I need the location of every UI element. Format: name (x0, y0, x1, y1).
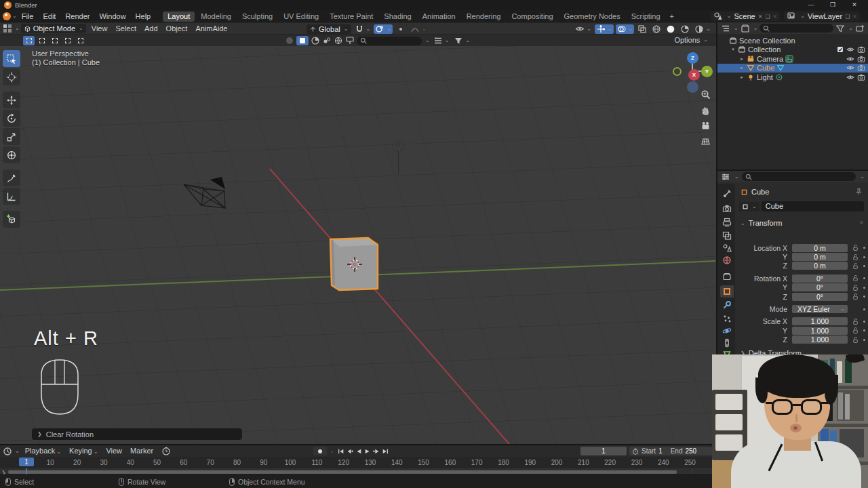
properties-tab-world[interactable] (720, 254, 734, 266)
gizmo-y-ball[interactable]: Y (701, 66, 713, 77)
show-object-types-dropdown[interactable]: ⌄ (574, 24, 593, 34)
material-preview-icon[interactable] (311, 36, 320, 45)
eye-icon[interactable] (846, 45, 854, 54)
select-mode-new[interactable] (23, 36, 35, 45)
tool-move[interactable] (3, 92, 20, 108)
prop-field-y[interactable]: 0° (792, 283, 848, 291)
navigation-gizmo[interactable]: Z Y X (673, 52, 715, 94)
maximize-icon[interactable]: ❐ (822, 0, 844, 10)
properties-editor-icon[interactable] (721, 172, 730, 182)
outliner-row-collection[interactable]: ▾Collection (717, 45, 868, 55)
properties-tab-scene[interactable] (720, 242, 734, 254)
prop-field-y[interactable]: 0 m (792, 253, 848, 261)
outliner-funnel-icon[interactable] (835, 24, 845, 33)
xray-toggle[interactable] (636, 24, 648, 34)
transform-orientation-dropdown[interactable]: Global⌄ (307, 24, 351, 34)
select-mode-intersect[interactable] (75, 36, 86, 45)
render-cam-icon[interactable] (857, 45, 865, 54)
select-mode-extend[interactable] (36, 36, 47, 45)
workspace-tab-modeling[interactable]: Modeling (196, 12, 236, 22)
outliner-search-input[interactable] (760, 24, 833, 33)
jump-to-start-button[interactable] (337, 447, 345, 455)
viewport-menu-select[interactable]: Select (111, 23, 140, 35)
workspace-tab-sculpting[interactable]: Sculpting (237, 12, 277, 22)
outliner-row-light[interactable]: ▸Light (717, 73, 868, 82)
prop-field-scale-x[interactable]: 1.000 (792, 317, 848, 325)
shading-solid-button[interactable] (665, 24, 677, 34)
lock-icon[interactable] (850, 293, 860, 300)
menu-window[interactable]: Window (94, 10, 130, 22)
animate-dot-icon[interactable] (863, 321, 865, 323)
properties-options-chevron-icon[interactable]: ⌄ (860, 174, 865, 180)
lock-icon[interactable] (850, 318, 860, 325)
scene-selector[interactable]: ⌄Scene✕❏✕ (711, 12, 780, 21)
prop-field-location-x[interactable]: 0 m (792, 244, 848, 252)
properties-tab-tool[interactable] (720, 188, 734, 200)
animate-dot-icon[interactable] (863, 339, 865, 341)
timeline-menu-view[interactable]: View (102, 445, 126, 457)
search-chevron-icon[interactable]: ⌄ (425, 38, 430, 43)
viewport-3d[interactable]: User Perspective (1) Collection | Cube (0, 46, 716, 444)
properties-tab-view-layer[interactable] (720, 230, 734, 242)
pin-icon[interactable]: ✕ (758, 14, 763, 20)
timeline-menu-playback[interactable]: Playback⌄ (21, 445, 65, 457)
paint-icon[interactable] (345, 36, 355, 45)
lock-icon[interactable] (850, 327, 860, 334)
prop-field-z[interactable]: 0 m (792, 262, 848, 270)
timeline-menu-marker[interactable]: Marker (126, 445, 157, 457)
prop-field-mode[interactable]: XYZ Euler⌄ (792, 305, 848, 313)
timeline-scrollbar[interactable] (8, 470, 677, 474)
properties-tab-modifiers[interactable] (720, 299, 734, 311)
new-collection-icon[interactable] (855, 24, 865, 33)
snap-with-dropdown[interactable]: ⌄ (374, 24, 393, 34)
viewport-menu-add[interactable]: Add (140, 23, 162, 35)
shading-wireframe-button[interactable] (650, 24, 663, 34)
expander-icon[interactable]: ▸ (739, 56, 745, 62)
proportional-falloff-dropdown[interactable]: ⌄ (409, 24, 428, 34)
lock-icon[interactable] (850, 253, 860, 261)
menu-edit[interactable]: Edit (38, 10, 60, 22)
sphere-icon[interactable] (285, 36, 294, 45)
properties-tab-object[interactable] (720, 285, 734, 298)
render-cam-icon[interactable] (857, 73, 865, 81)
object-id-icon-button[interactable]: ⌄ (739, 202, 760, 211)
next-keyframe-button[interactable] (372, 447, 380, 455)
eye-icon[interactable] (846, 73, 854, 81)
auto-key-button[interactable] (313, 447, 327, 455)
minimize-icon[interactable]: — (800, 0, 822, 10)
properties-tab-collection[interactable] (720, 270, 734, 283)
mode-dropdown[interactable]: Object Mode⌄ (21, 24, 86, 33)
transform-section-header[interactable]: ⌄Transform (741, 219, 782, 227)
properties-search-input[interactable] (742, 172, 856, 181)
nav-zoom-button[interactable] (699, 88, 711, 100)
expander-icon[interactable]: ▸ (739, 75, 745, 80)
nav-pan-button[interactable] (699, 104, 711, 116)
tool-add-cube[interactable] (3, 211, 20, 228)
expander-icon[interactable]: ▾ (730, 47, 736, 52)
properties-tab-output[interactable] (720, 216, 734, 228)
prop-field-rotation-x[interactable]: 0° (792, 274, 848, 283)
blender-menu-icon[interactable] (3, 12, 11, 20)
prop-field-z[interactable]: 0° (792, 293, 848, 301)
gizmos-toggle[interactable]: ⌄ (595, 24, 614, 34)
lock-icon[interactable] (850, 244, 860, 251)
animate-dot-icon[interactable] (863, 277, 865, 279)
overlays-toggle[interactable]: ⌄ (616, 24, 635, 34)
animate-dot-icon[interactable] (863, 256, 865, 258)
outliner-display-mode-icon[interactable] (721, 24, 730, 33)
add-workspace-button[interactable]: + (666, 12, 678, 20)
copy-scene-icon[interactable]: ❏ (765, 14, 770, 20)
world-icon[interactable] (334, 36, 343, 45)
workspace-tab-layout[interactable]: Layout (163, 12, 195, 22)
tool-cursor[interactable] (3, 68, 20, 85)
workspace-tab-geometry-nodes[interactable]: Geometry Nodes (559, 12, 625, 22)
solid-display-button[interactable] (296, 36, 309, 45)
tool-scale[interactable] (3, 128, 20, 145)
menu-file[interactable]: File (17, 10, 39, 22)
animate-dot-icon[interactable] (863, 308, 865, 310)
play-reverse-button[interactable] (355, 447, 363, 455)
lock-icon[interactable] (850, 336, 860, 344)
current-frame-badge[interactable]: 1 (19, 458, 34, 466)
workspace-tab-shading[interactable]: Shading (379, 12, 416, 22)
properties-tab-render[interactable] (720, 203, 734, 215)
